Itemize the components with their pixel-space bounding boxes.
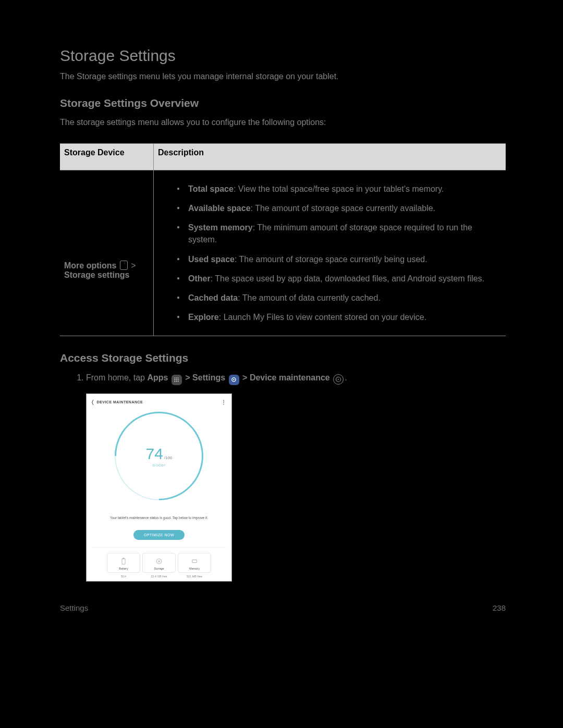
svg-point-16 bbox=[158, 560, 160, 562]
overview-body: The storage settings menu allows you to … bbox=[60, 117, 506, 128]
dm-score-max: /100 bbox=[164, 455, 173, 460]
apps-icon bbox=[172, 375, 182, 385]
svg-point-8 bbox=[178, 381, 179, 382]
desc-item: Used space: The amount of storage space … bbox=[177, 253, 501, 265]
tile-memory-sub: 521 MB free bbox=[178, 575, 211, 578]
score-circle: 74 /100 GOOD! bbox=[115, 412, 203, 500]
desc-item: Cached data: The amount of data currentl… bbox=[177, 292, 501, 304]
svg-point-15 bbox=[156, 559, 162, 564]
optimize-now-button[interactable]: OPTIMIZE NOW bbox=[133, 530, 185, 540]
dm-title: DEVICE MAINTENANCE bbox=[97, 400, 143, 404]
device-maintenance-icon bbox=[333, 374, 344, 385]
intro-text: The Storage settings menu lets you manag… bbox=[60, 71, 506, 82]
storage-icon bbox=[154, 557, 164, 566]
storage-table: Storage Device Description More options … bbox=[60, 143, 506, 337]
back-icon[interactable]: 〈 bbox=[92, 399, 94, 405]
desc-item: Total space: View the total space/free s… bbox=[177, 183, 501, 195]
menu-icon[interactable]: ⋮ bbox=[221, 399, 227, 405]
footer: Settings 238 bbox=[60, 603, 506, 612]
desc-item: Explore: Launch My Files to view content… bbox=[177, 311, 501, 323]
svg-point-10 bbox=[233, 379, 234, 380]
svg-point-1 bbox=[176, 378, 177, 379]
overview-heading: Storage Settings Overview bbox=[60, 97, 506, 109]
access-heading: Access Storage Settings bbox=[60, 352, 506, 364]
svg-rect-14 bbox=[123, 558, 125, 559]
tile-battery-sub: 50 h bbox=[107, 575, 140, 578]
more-options-label: More options bbox=[64, 261, 116, 270]
svg-point-2 bbox=[178, 378, 179, 379]
dm-status: Your tablet's maintenance status is good… bbox=[92, 516, 226, 520]
footer-left: Settings bbox=[60, 603, 88, 612]
memory-icon bbox=[190, 557, 199, 566]
th-storage-device: Storage Device bbox=[60, 143, 154, 170]
svg-rect-13 bbox=[122, 559, 125, 564]
svg-rect-17 bbox=[192, 560, 197, 562]
storage-device-cell: More options ⋮ > Storage settings bbox=[60, 170, 154, 336]
desc-item: Available space: The amount of storage s… bbox=[177, 202, 501, 214]
dm-good: GOOD! bbox=[152, 464, 165, 467]
svg-point-3 bbox=[175, 379, 176, 380]
svg-point-7 bbox=[176, 381, 177, 382]
settings-icon bbox=[229, 375, 239, 385]
dm-score: 74 bbox=[146, 445, 163, 463]
desc-item: System memory: The minimum amount of sto… bbox=[177, 221, 501, 245]
more-options-icon: ⋮ bbox=[120, 261, 128, 270]
access-step-1: From home, tap Apps > Settings > Device … bbox=[86, 372, 506, 385]
svg-point-0 bbox=[175, 378, 176, 379]
battery-icon bbox=[119, 557, 128, 566]
page-title: Storage Settings bbox=[60, 47, 506, 65]
svg-point-4 bbox=[176, 379, 177, 380]
desc-item: Other: The space used by app data, downl… bbox=[177, 273, 501, 285]
tile-storage-sub: 22.4 GB free bbox=[142, 575, 176, 578]
device-maintenance-screenshot: 〈 DEVICE MAINTENANCE ⋮ 74 /100 GOOD! You… bbox=[86, 393, 232, 582]
footer-right: 238 bbox=[493, 603, 506, 612]
tile-battery[interactable]: Battery bbox=[107, 553, 140, 573]
description-cell: Total space: View the total space/free s… bbox=[154, 170, 506, 336]
tile-storage[interactable]: Storage bbox=[142, 553, 176, 573]
th-description: Description bbox=[154, 143, 506, 170]
tile-memory[interactable]: Memory bbox=[178, 553, 211, 573]
storage-settings-label: Storage settings bbox=[64, 270, 129, 279]
svg-point-5 bbox=[178, 379, 179, 380]
svg-point-6 bbox=[175, 381, 176, 382]
svg-point-12 bbox=[338, 379, 339, 380]
